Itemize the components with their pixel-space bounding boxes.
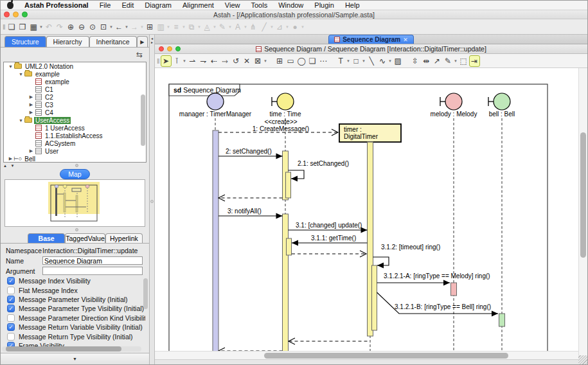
tree-item-1-1-establishaccess[interactable]: 1.1.EstablishAccess	[4, 132, 146, 139]
zoom-in-button[interactable]: ⊕	[66, 21, 76, 33]
fill-color-button[interactable]: ◬	[202, 21, 213, 33]
expander-icon[interactable]: ▶	[28, 148, 34, 154]
frame-size-icon[interactable]: ⬚	[458, 55, 469, 67]
dropdown-caret-icon[interactable]: ▼	[388, 55, 393, 67]
note-tool-button[interactable]: ❏	[307, 55, 318, 67]
activation-bar-3[interactable]	[283, 214, 289, 352]
props-vscrollbar[interactable]	[143, 278, 148, 309]
image-tool-button[interactable]: ▨	[393, 55, 404, 67]
apple-menu-icon[interactable]	[7, 2, 13, 9]
expander-icon[interactable]: ▼	[18, 118, 24, 123]
tree-scrollbar[interactable]	[141, 94, 145, 146]
tab-overflow-button[interactable]: ▶	[137, 36, 148, 47]
dropdown-caret-icon[interactable]: ▼	[244, 21, 248, 33]
zoom-reset-button[interactable]: ⊙	[87, 21, 98, 33]
activation-bar-8[interactable]	[499, 314, 505, 326]
dropdown-caret-icon[interactable]: ▼	[197, 21, 202, 33]
activation-bar-0[interactable]	[213, 130, 218, 355]
expander-icon[interactable]: ▶	[28, 110, 34, 115]
map-props-splitter[interactable]	[1, 227, 149, 233]
tree-item-c4[interactable]: ▶C4	[4, 109, 146, 116]
dropdown-caret-icon[interactable]: ▼	[213, 21, 217, 33]
dropdown-caret-icon[interactable]: ▼	[109, 21, 114, 33]
dropdown-caret-icon[interactable]: ▼	[182, 21, 186, 33]
tree-item-useraccess[interactable]: ▼UserAccess	[4, 116, 146, 124]
dropdown-caret-icon[interactable]: ▼	[39, 21, 44, 33]
canvas-vscrollbar[interactable]	[578, 68, 587, 359]
line-color-button[interactable]: ✎	[217, 21, 228, 33]
sync-with-editor-icon[interactable]: ⇆	[136, 50, 143, 59]
text-tool-button[interactable]: T	[335, 55, 346, 67]
splitter-arrows-icon[interactable]: ▲ ▼	[3, 164, 16, 168]
lifeline-head-bell[interactable]	[494, 93, 510, 110]
dropdown-caret-icon[interactable]: ▼	[140, 21, 145, 33]
tree-item-bell[interactable]: ▶⊢○Bell	[4, 155, 146, 163]
menu-file[interactable]: File	[100, 1, 111, 9]
tree-item-example[interactable]: example	[4, 78, 146, 85]
shape-style-button[interactable]: ⊿	[274, 21, 285, 33]
close-tab-icon[interactable]: ✕	[403, 37, 408, 43]
lifeline-head-melody[interactable]	[445, 93, 462, 110]
sync-message-tool-button[interactable]: ⇀	[187, 55, 198, 67]
pen-icon[interactable]: ✎	[443, 55, 454, 67]
align-vertical-button[interactable]: ≡	[171, 21, 182, 33]
checkbox-message-parameter-visibility-initial-[interactable]: ✓	[7, 296, 15, 303]
menu-help[interactable]: Help	[345, 1, 360, 9]
new-file-button[interactable]: ❏	[6, 21, 17, 33]
tab-taggedvalue[interactable]: TaggedValue	[65, 233, 105, 243]
nav-forward-button[interactable]: →	[129, 21, 140, 33]
zoom-out-button[interactable]: ⊖	[76, 21, 87, 33]
destroy-message-tool-button[interactable]: ✕	[242, 55, 253, 67]
stamp-button[interactable]: ⋔	[248, 21, 259, 33]
undo-button[interactable]: ↶	[44, 21, 55, 33]
tree-item-c1[interactable]: C1	[4, 85, 146, 93]
return-message-tool-button[interactable]: ⇠	[209, 55, 220, 67]
expander-icon[interactable]: ▼	[8, 64, 13, 69]
auto-layout-icon[interactable]: ⇥	[469, 55, 480, 67]
tree-item-1-useraccess[interactable]: 1 UserAccess	[4, 124, 146, 132]
lifeline-head-time[interactable]	[277, 93, 294, 110]
line-tool-button[interactable]: ╲	[366, 55, 377, 67]
jump-icon[interactable]: ↗	[432, 55, 443, 67]
menu-diagram[interactable]: Diagram	[145, 1, 172, 9]
async-message-tool-button[interactable]: ⇁	[198, 55, 209, 67]
tab-base[interactable]: Base	[28, 233, 65, 243]
menu-tools[interactable]: Tools	[251, 1, 268, 9]
dropdown-caret-icon[interactable]: ▼	[166, 21, 171, 33]
checkbox-message-index-visibility[interactable]: ✓	[7, 277, 15, 285]
lifeline-tool-button[interactable]: ⊺	[172, 55, 183, 67]
tab-structure[interactable]: Structure	[4, 36, 46, 47]
nav-back-button[interactable]: ←	[114, 21, 125, 33]
expander-icon[interactable]: ▶	[8, 156, 13, 161]
font-color-button[interactable]: A	[233, 21, 244, 33]
panel-splitter[interactable]: ◂ ▸	[150, 35, 155, 364]
dropdown-caret-icon[interactable]: ▼	[362, 55, 366, 67]
tab-inheritance[interactable]: Inheritance	[89, 36, 137, 47]
dropdown-caret-icon[interactable]: ▼	[125, 21, 129, 33]
menu-plugin[interactable]: Plugin	[314, 1, 334, 9]
combined-fragment-tool-button[interactable]: ⊠	[253, 55, 263, 67]
dropdown-caret-icon[interactable]: ▼	[346, 55, 351, 67]
save-button[interactable]: ▦	[28, 21, 39, 33]
canvas-hscrollbar[interactable]	[155, 351, 578, 359]
checkbox-message-parameter-type-visibility-initial-[interactable]: ✓	[7, 305, 15, 312]
tab-sequence-diagram[interactable]: Sequence Diagram ✕	[328, 35, 414, 44]
tree-item-c2[interactable]: ▶C2	[4, 93, 146, 101]
tree-map-splitter[interactable]: ▲ ▼	[1, 163, 149, 168]
layer-button[interactable]: ⧉	[186, 21, 197, 33]
map-button[interactable]: Map	[60, 169, 89, 179]
menu-window[interactable]: Window	[278, 1, 303, 9]
dropdown-caret-icon[interactable]: ▼	[301, 21, 305, 33]
dropdown-caret-icon[interactable]: ▼	[285, 21, 290, 33]
rect-tool-button[interactable]: □	[351, 55, 362, 67]
diagram-canvas[interactable]: sd Sequence Diagrammanager : TimerManage…	[155, 68, 587, 364]
open-file-button[interactable]: ❒	[17, 21, 28, 33]
dropdown-caret-icon[interactable]: ▼	[270, 21, 274, 33]
rect-note-tool-button[interactable]: ▭	[285, 55, 296, 67]
expander-icon[interactable]: ▼	[18, 72, 24, 76]
menu-alignment[interactable]: Alignment	[183, 1, 214, 9]
activation-bar-2[interactable]	[286, 172, 291, 198]
adjust-vertical-icon[interactable]: ⇳	[410, 55, 421, 67]
menu-edit[interactable]: Edit	[121, 1, 134, 9]
pointer-tool-button[interactable]: ➤	[161, 55, 172, 67]
